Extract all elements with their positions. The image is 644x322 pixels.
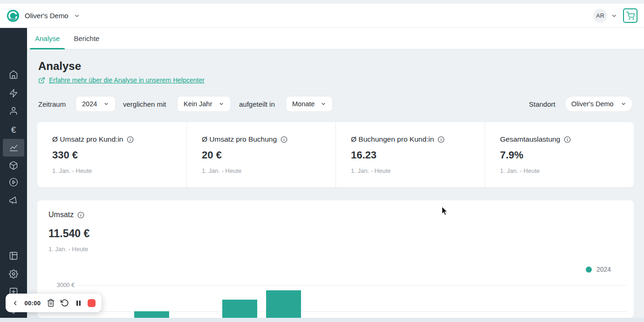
- bar-2024[interactable]: [134, 311, 169, 318]
- box-icon: [9, 161, 18, 170]
- umsatz-chart-card: Umsatz 11.540 € 1. Jan. - Heute 2024 300…: [37, 200, 634, 318]
- trash-icon: [47, 299, 55, 307]
- kpi-title: Ø Umsatz pro Kund:in: [52, 135, 123, 144]
- info-icon[interactable]: [281, 136, 288, 143]
- verglichen-mit-label: verglichen mit: [123, 100, 166, 108]
- sidebar-item-products[interactable]: [0, 157, 27, 174]
- tab-berichte[interactable]: Berichte: [69, 28, 104, 49]
- tab-berichte-label: Berichte: [74, 34, 99, 42]
- stop-icon: [88, 299, 96, 307]
- sidebar-item-layout[interactable]: [0, 247, 27, 265]
- chart-period: 1. Jan. - Heute: [48, 246, 88, 253]
- user-icon: [9, 106, 18, 116]
- chevron-down-icon: [611, 13, 617, 19]
- sidebar-item-settings[interactable]: [0, 265, 27, 283]
- info-icon[interactable]: [127, 136, 134, 143]
- sidebar-item-quick-actions[interactable]: [0, 84, 27, 102]
- kpi-card-gesamtauslastung: Gesamtauslastung 7.9% 1. Jan. - Heute: [485, 122, 634, 187]
- zeitraum-select[interactable]: 2024: [75, 96, 116, 112]
- kpi-period: 1. Jan. - Heute: [351, 167, 475, 174]
- legend-item-2024[interactable]: 2024: [586, 266, 611, 273]
- gridline-3000: [77, 285, 627, 286]
- sidebar-item-customers[interactable]: [0, 102, 27, 120]
- verglichen-mit-value: Kein Jahr: [184, 100, 212, 108]
- recording-time: 00:00: [24, 300, 41, 307]
- avatar[interactable]: AR: [593, 9, 607, 23]
- zeitraum-value: 2024: [82, 100, 97, 108]
- account-name: Oliver's Demo: [25, 12, 69, 20]
- account-switcher[interactable]: Oliver's Demo: [7, 4, 80, 27]
- sidebar-item-media[interactable]: [0, 173, 27, 191]
- tab-analyse-label: Analyse: [35, 34, 60, 42]
- chevron-down-icon: [621, 101, 626, 107]
- chart-title: Umsatz: [48, 211, 74, 219]
- delete-recording-button[interactable]: [47, 299, 55, 307]
- bar-2024[interactable]: [222, 300, 257, 318]
- aufgeteilt-in-label: aufgeteilt in: [239, 100, 275, 108]
- tab-analyse[interactable]: Analyse: [30, 28, 65, 49]
- verglichen-mit-select[interactable]: Kein Jahr: [177, 96, 231, 112]
- sidebar-item-analytics[interactable]: [3, 139, 24, 157]
- user-menu[interactable]: AR: [593, 9, 617, 23]
- standort-select[interactable]: Oliver's Demo: [565, 96, 633, 112]
- kpi-title: Ø Buchungen pro Kund:in: [351, 135, 434, 144]
- helpcenter-link[interactable]: Erfahre mehr über die Analyse in unserem…: [38, 76, 205, 84]
- cart-button[interactable]: [623, 8, 637, 23]
- kpi-card-umsatz-pro-buchung: Ø Umsatz pro Buchung 20 € 1. Jan. - Heut…: [186, 122, 336, 187]
- shopping-cart-icon: [626, 12, 635, 20]
- kpi-title: Ø Umsatz pro Buchung: [202, 135, 277, 144]
- standort-value: Oliver's Demo: [571, 100, 614, 108]
- kpi-title: Gesamtauslastung: [500, 135, 560, 144]
- home-icon: [9, 70, 18, 79]
- bottom-edge-strip: [0, 318, 644, 322]
- legend-dot: [586, 267, 592, 273]
- chevron-left-icon: [12, 300, 19, 307]
- kpi-value: 16.23: [351, 149, 475, 161]
- pause-recording-button[interactable]: [75, 299, 82, 307]
- kpi-period: 1. Jan. - Heute: [500, 167, 624, 174]
- header-right-cluster: AR: [593, 4, 637, 27]
- bar-2024[interactable]: [266, 290, 301, 318]
- stop-recording-button[interactable]: [88, 299, 96, 307]
- kpi-row: Ø Umsatz pro Kund:in 330 € 1. Jan. - Heu…: [37, 122, 634, 187]
- play-circle-icon: [9, 178, 18, 187]
- kpi-card-umsatz-pro-kunde: Ø Umsatz pro Kund:in 330 € 1. Jan. - Heu…: [37, 122, 186, 187]
- line-chart-icon: [9, 143, 19, 153]
- sidebar-item-announcements[interactable]: [0, 192, 27, 209]
- top-header: Oliver's Demo AR: [0, 4, 644, 28]
- recording-toolbar: 00:00: [6, 294, 102, 312]
- chevron-down-icon: [74, 13, 80, 19]
- standort-label: Standort: [529, 100, 555, 108]
- zap-icon: [9, 89, 18, 98]
- kpi-value: 330 €: [52, 149, 177, 161]
- legend-label: 2024: [596, 266, 611, 273]
- kpi-value: 20 €: [202, 149, 326, 161]
- pause-icon: [75, 299, 82, 307]
- restart-recording-button[interactable]: [61, 299, 69, 307]
- sidebar-item-home[interactable]: [0, 66, 27, 83]
- page-title: Analyse: [38, 60, 81, 73]
- kpi-period: 1. Jan. - Heute: [52, 167, 177, 174]
- helpcenter-link-label: Erfahre mehr über die Analyse in unserem…: [49, 76, 205, 84]
- sidebar-item-payments[interactable]: €: [0, 121, 27, 138]
- collapse-toolbar-button[interactable]: [12, 300, 19, 307]
- layout-icon: [9, 251, 18, 260]
- aufgeteilt-in-select[interactable]: Monate: [286, 96, 333, 112]
- zeitraum-label: Zeitraum: [38, 100, 66, 108]
- chevron-down-icon: [321, 101, 326, 107]
- chart-total-value: 11.540 €: [48, 227, 89, 240]
- app-logo-icon: [7, 9, 20, 22]
- gear-icon: [9, 269, 18, 279]
- sidebar: €: [0, 28, 27, 318]
- y-axis-label-3000: 3000 €: [51, 282, 75, 288]
- megaphone-icon: [8, 195, 19, 206]
- kpi-card-buchungen-pro-kunde: Ø Buchungen pro Kund:in 16.23 1. Jan. - …: [336, 122, 485, 187]
- info-icon[interactable]: [438, 136, 445, 143]
- tab-bar: Analyse Berichte: [27, 28, 644, 49]
- info-icon[interactable]: [77, 212, 84, 219]
- external-link-icon: [38, 77, 45, 84]
- kpi-value: 7.9%: [500, 149, 624, 161]
- info-icon[interactable]: [564, 136, 571, 143]
- euro-icon: €: [11, 125, 16, 134]
- kpi-period: 1. Jan. - Heute: [202, 167, 326, 174]
